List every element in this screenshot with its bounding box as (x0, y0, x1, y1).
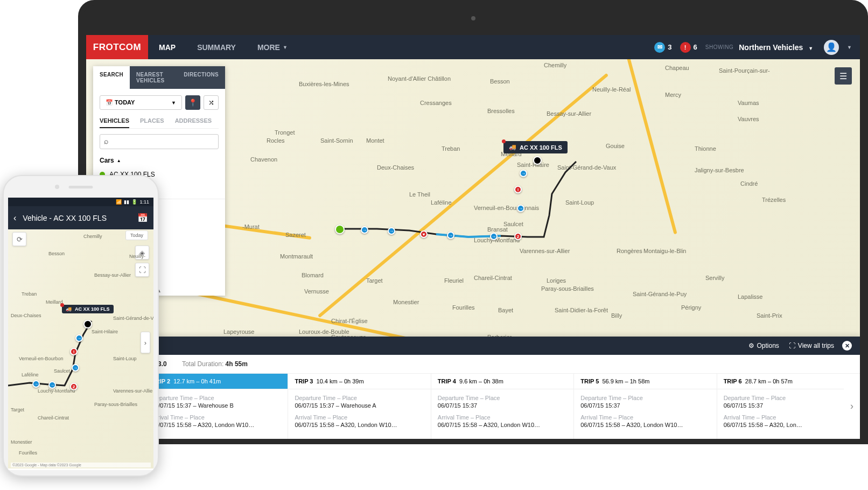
vehicle-marker[interactable]: 🚚 AC XX 100 FLS (503, 141, 568, 153)
place-label: Rocles (267, 137, 285, 144)
route-end-marker[interactable] (533, 156, 542, 165)
mail-count: 3 (668, 43, 671, 51)
map-area[interactable]: → → ♥ → → 2 → ! → 🚚 AC XX 100 FLS Chemil… (86, 59, 860, 439)
trip-card-selected[interactable]: TRIP 2 12.7 km – 0h 41m Departure Time –… (145, 374, 288, 439)
trip-stat: 10.4 km – 0h 39m (317, 378, 364, 384)
place-label: Bessay-sur-Allier (547, 110, 591, 117)
route-waypoint[interactable]: → (361, 226, 368, 234)
trip-stat: 12.7 km – 0h 41m (173, 378, 221, 384)
route-waypoint[interactable]: → (388, 227, 395, 235)
place-label: Mercy (665, 92, 681, 98)
route-waypoint[interactable]: → (75, 334, 83, 342)
trip-card[interactable]: TRIP 4 9.6 km – 0h 38m Departure Time – … (431, 374, 574, 439)
fleet-name: Northern Vehicles (739, 43, 803, 52)
expand-panel-button[interactable]: › (141, 332, 150, 353)
topbar: FROTCOM MAP SUMMARY MORE ▼ ✉ 3 ! 6 SHOWI… (86, 35, 860, 59)
place-label: Noyant-d'Allier Châtillon (388, 75, 451, 82)
tab-nearest[interactable]: NEAREST VEHICLES (130, 66, 177, 89)
subtab-addresses[interactable]: ADDRESSES (175, 117, 212, 128)
route-alert-marker[interactable]: ♥ (420, 230, 428, 238)
phone-map[interactable]: Today ⟳ ◈ ⛶ › → → 2 → ! → 🚚 AC XX 100 FL… (8, 229, 153, 468)
arr-value: 06/07/15 15:58 – A320, London W10… (152, 422, 281, 428)
dep-label: Departure Time – Place (438, 395, 567, 401)
place-label: Rongères (617, 248, 642, 254)
place-label: Montmarault (280, 253, 313, 260)
truck-icon: 🚚 (66, 306, 72, 312)
refresh-button[interactable]: ⟳ (12, 232, 26, 246)
route-start-marker[interactable] (335, 225, 345, 234)
fleet-dropdown[interactable]: Northern Vehicles ▼ (739, 43, 813, 52)
group-label: Cars (100, 157, 114, 164)
fullscreen-button[interactable]: ⛶ (135, 263, 149, 277)
place-label: Chemilly (544, 62, 566, 68)
gear-icon: ⚙ (748, 342, 754, 349)
place-label: Target (366, 277, 383, 284)
dep-value: 06/07/15 15:37 – Warehouse B (152, 402, 281, 409)
pin-mode-button[interactable]: 📍 (185, 95, 200, 110)
close-trips-button[interactable]: ✕ (842, 341, 852, 351)
truck-icon: 🚚 (509, 144, 516, 151)
date-label: TODAY (115, 99, 135, 106)
trip-card[interactable]: TRIP 3 10.4 km – 0h 39m Departure Time –… (288, 374, 431, 439)
calendar-button[interactable]: 📅 (137, 213, 148, 223)
nav-summary[interactable]: SUMMARY (186, 35, 247, 59)
viewall-label: View all trips (798, 342, 834, 349)
expand-icon: ⛶ (789, 342, 795, 349)
route-waypoint[interactable]: → (520, 170, 527, 177)
place-label: Saint-Gérand-de-V (113, 316, 153, 321)
route-alert-marker[interactable]: ! (70, 348, 78, 355)
place-label: Fleuriel (444, 277, 464, 284)
tab-search[interactable]: SEARCH (93, 66, 130, 89)
search-input[interactable] (100, 134, 219, 149)
vehicle-group-header[interactable]: Cars ▲ (100, 157, 219, 164)
map-attribution: ©2023 Google - Map data ©2023 Google (11, 463, 151, 467)
trips-next-button[interactable]: › (844, 374, 860, 439)
dep-label: Departure Time – Place (295, 395, 424, 401)
place-label: Loriges (547, 277, 566, 284)
route-waypoint[interactable]: → (72, 364, 79, 372)
phone-vehicle-marker[interactable]: 🚚 AC XX 100 FLS (62, 305, 114, 313)
route-waypoint[interactable]: → (490, 233, 498, 240)
trip-card[interactable]: TRIP 6 28.7 km – 0h 57m Departure Time –… (717, 374, 860, 439)
place-label: Treban (22, 291, 37, 297)
mail-icon: ✉ (654, 42, 665, 53)
place-label: Tronget (275, 129, 295, 136)
back-button[interactable]: ‹ (13, 213, 16, 223)
brand-logo[interactable]: FROTCOM (86, 35, 148, 59)
route-stop-marker[interactable]: 2 (70, 383, 78, 390)
place-label: Paray-sous-Briailles (541, 285, 594, 292)
tab-directions[interactable]: DIRECTIONS (177, 66, 225, 89)
caret-up-icon: ▲ (117, 158, 121, 163)
route-path (312, 156, 582, 264)
place-label: Bessay-sur-Allier (94, 272, 131, 278)
place-label: Billy (611, 312, 622, 319)
caret-down-icon: ▼ (847, 45, 852, 50)
subtab-places[interactable]: PLACES (140, 117, 164, 128)
date-picker-button[interactable]: 📅 TODAY ▼ (100, 95, 182, 110)
route-waypoint[interactable]: → (517, 205, 524, 212)
user-avatar[interactable]: 👤 (824, 40, 839, 55)
route-waypoint[interactable]: → (32, 380, 40, 388)
nav-more[interactable]: MORE ▼ (247, 35, 298, 59)
route-stop-marker[interactable]: 2 (514, 233, 522, 240)
mail-badge[interactable]: ✉ 3 (654, 42, 671, 53)
route-alert-marker[interactable]: ! (514, 186, 522, 193)
alert-badge[interactable]: ! 6 (680, 42, 697, 53)
caret-down-icon: ▼ (171, 100, 176, 106)
trip-card[interactable]: TRIP 5 56.9 km – 1h 58m Departure Time –… (574, 374, 717, 439)
route-waypoint[interactable]: → (48, 381, 56, 389)
phone-screen: 📶 ▮▮ 🔋 1:11 ‹ Vehicle - AC XX 100 FLS 📅 … (8, 198, 153, 470)
place-label: Blomard (302, 272, 324, 278)
showing-label: SHOWING (705, 44, 733, 50)
route-end-marker[interactable] (83, 320, 92, 328)
subtab-vehicles[interactable]: VEHICLES (100, 117, 129, 128)
trips-options-button[interactable]: ⚙ Options (748, 342, 779, 349)
route-mode-button[interactable]: ⤭ (204, 95, 219, 110)
arr-value: 06/07/15 15:58 – A320, London W10… (438, 422, 567, 428)
place-label: Saint-Pourçain-sur- (719, 67, 770, 74)
nav-map[interactable]: MAP (148, 35, 186, 59)
view-all-trips-button[interactable]: ⛶ View all trips (789, 342, 834, 349)
map-menu-button[interactable]: ☰ (835, 67, 852, 85)
route-waypoint[interactable]: → (447, 232, 454, 239)
phone-frame: 📶 ▮▮ 🔋 1:11 ‹ Vehicle - AC XX 100 FLS 📅 … (3, 175, 159, 477)
